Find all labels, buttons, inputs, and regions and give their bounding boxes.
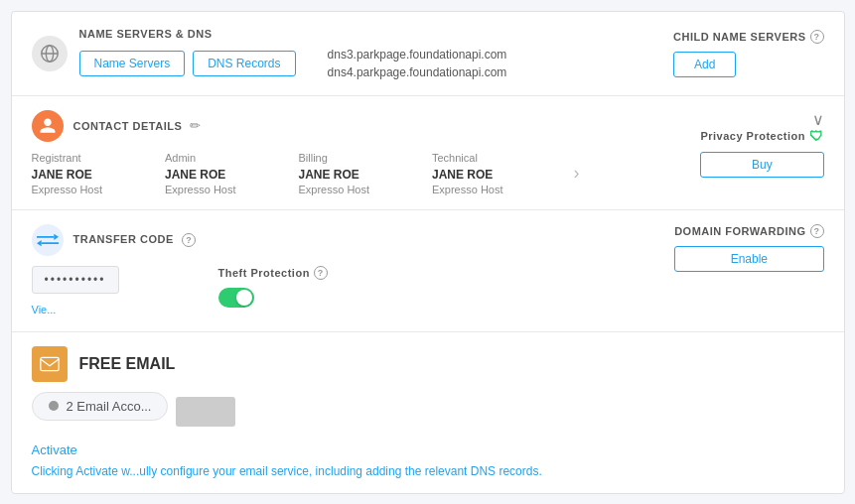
registrant-name: JANE ROE <box>32 168 166 182</box>
domain-fwd-help-icon[interactable]: ? <box>810 224 824 238</box>
admin-company: Expresso Host <box>165 184 299 195</box>
technical-label: Technical <box>432 152 566 164</box>
contact-expand-chevron[interactable]: › <box>566 152 588 195</box>
billing-company: Expresso Host <box>299 184 433 195</box>
admin-label: Admin <box>165 152 299 164</box>
domain-forwarding-enable-button[interactable]: Enable <box>674 246 823 272</box>
registrant-company: Expresso Host <box>32 184 166 195</box>
contact-details-title: CONTACT DETAILS <box>73 120 183 132</box>
contact-col-admin: Admin JANE ROE Expresso Host <box>165 152 299 195</box>
name-servers-title: NAME SERVERS & DNS <box>79 28 507 40</box>
privacy-buy-button[interactable]: Buy <box>700 152 823 178</box>
email-icon-box <box>32 346 68 382</box>
privacy-protection-title: Privacy Protection 🛡 <box>700 128 823 144</box>
dns-entry-2: dns4.parkpage.foundationapi.com <box>328 65 507 79</box>
dot-icon <box>49 401 59 411</box>
contact-col-billing: Billing JANE ROE Expresso Host <box>299 152 433 195</box>
transfer-code-field: •••••••••• Vie... <box>32 266 119 317</box>
contact-col-registrant: Registrant JANE ROE Expresso Host <box>32 152 166 195</box>
dns-buttons: Name Servers DNS Records <box>79 51 296 76</box>
activate-link[interactable]: Activate <box>32 442 824 457</box>
email-accounts-badge: 2 Email Acco... <box>32 392 169 421</box>
billing-label: Billing <box>299 152 433 164</box>
main-container: NAME SERVERS & DNS Name Servers DNS Reco… <box>11 11 845 494</box>
dns-entry-1: dns3.parkpage.foundationapi.com <box>328 48 507 62</box>
contact-icon <box>32 110 64 142</box>
svg-rect-7 <box>40 357 58 370</box>
contact-col-technical: Technical JANE ROE Expresso Host <box>432 152 566 195</box>
theft-protection-panel: Theft Protection ? <box>218 266 328 308</box>
registrant-label: Registrant <box>32 152 166 164</box>
email-header: FREE EMAIL <box>32 346 824 382</box>
child-servers-title: CHILD NAME SERVERS ? <box>673 30 823 44</box>
contact-details-section: CONTACT DETAILS ✏ ∨ Registrant JANE ROE … <box>12 96 844 210</box>
contact-grid: Registrant JANE ROE Expresso Host Admin … <box>32 152 588 195</box>
domain-forwarding-title: DOMAIN FORWARDING ? <box>674 224 823 238</box>
name-servers-button[interactable]: Name Servers <box>79 51 186 76</box>
billing-name: JANE ROE <box>299 168 433 182</box>
transfer-icon <box>32 224 64 256</box>
transfer-code-section: TRANSFER CODE ? •••••••••• Vie... Theft … <box>12 210 844 332</box>
theft-help-icon[interactable]: ? <box>314 266 328 280</box>
privacy-protection-panel: Privacy Protection 🛡 Buy <box>700 128 823 178</box>
theft-protection-label: Theft Protection ? <box>218 266 328 280</box>
globe-icon <box>32 36 68 71</box>
domain-forwarding-panel: DOMAIN FORWARDING ? Enable <box>674 224 823 272</box>
dns-records-button[interactable]: DNS Records <box>193 51 295 76</box>
svg-marker-6 <box>37 240 42 246</box>
technical-name: JANE ROE <box>432 168 566 182</box>
shield-icon: 🛡 <box>809 128 824 144</box>
child-servers-add-button[interactable]: Add <box>673 52 736 77</box>
transfer-code-title: TRANSFER CODE ? <box>73 233 197 247</box>
child-name-servers-panel: CHILD NAME SERVERS ? Add <box>673 30 823 77</box>
email-placeholder-block <box>176 397 235 427</box>
svg-marker-4 <box>54 233 59 239</box>
contact-collapse-chevron[interactable]: ∨ <box>812 110 824 129</box>
transfer-password-display: •••••••••• <box>32 266 119 294</box>
free-email-section: FREE EMAIL 2 Email Acco... Activate Clic… <box>12 332 844 493</box>
free-email-title: FREE EMAIL <box>79 355 176 373</box>
name-servers-section: NAME SERVERS & DNS Name Servers DNS Reco… <box>12 12 844 96</box>
dns-records-list: dns3.parkpage.foundationapi.com dns4.par… <box>328 48 507 79</box>
clicking-activate-text: Clicking Activate w...ully configure you… <box>32 464 542 478</box>
view-transfer-code-link[interactable]: Vie... <box>32 304 57 315</box>
email-accounts-label: 2 Email Acco... <box>67 399 152 414</box>
theft-protection-toggle[interactable] <box>218 288 254 308</box>
transfer-help-icon[interactable]: ? <box>182 233 196 247</box>
admin-name: JANE ROE <box>165 168 299 182</box>
child-servers-help-icon[interactable]: ? <box>810 30 824 44</box>
edit-icon[interactable]: ✏ <box>190 118 201 133</box>
technical-company: Expresso Host <box>432 184 566 195</box>
